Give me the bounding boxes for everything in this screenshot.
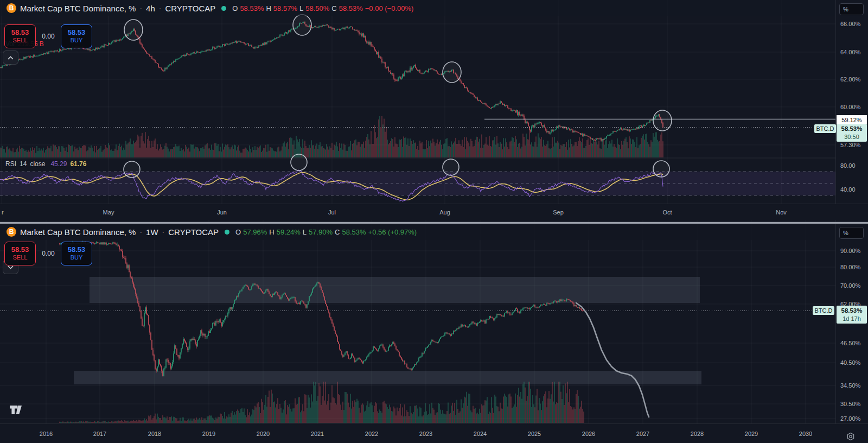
low-label: L	[303, 228, 307, 236]
buy-label: BUY	[71, 254, 83, 261]
last-price-value: 58.53%	[841, 306, 862, 315]
chart-section-4h: B Market Cap BTC Dominance, % · 4h · CRY…	[0, 0, 868, 220]
time-label: 2016	[40, 431, 53, 437]
buy-button[interactable]: 58.53 BUY	[61, 242, 92, 265]
price-tick: 70.00%	[840, 282, 860, 289]
rsi-source: close	[30, 160, 45, 168]
low-value: 57.90%	[309, 228, 333, 236]
time-axis-1w[interactable]: 2016201720182019202020212022202320242025…	[0, 423, 868, 443]
time-label: May	[103, 209, 114, 216]
bar-countdown: 30:50	[844, 133, 859, 141]
rsi-legend[interactable]: RSI 14 close 45.29 61.76	[5, 160, 86, 168]
market-status-icon[interactable]	[225, 230, 229, 235]
time-label: 2021	[311, 431, 324, 437]
price-tick: 64.00%	[840, 49, 860, 55]
rsi-value: 45.29	[50, 160, 67, 168]
price-tick: 90.00%	[840, 248, 860, 254]
price-chart-1w[interactable]	[0, 220, 835, 423]
tradingview-logo[interactable]	[9, 404, 23, 416]
price-tick: 30.50%	[840, 401, 860, 407]
change-value: +0.56 (+0.97%)	[368, 228, 417, 236]
high-label: H	[266, 4, 271, 12]
time-label: Jul	[328, 209, 336, 216]
exchange-label[interactable]: CRYPTOCAP	[168, 227, 219, 237]
open-value: 57.96%	[243, 228, 267, 236]
time-label: 2024	[474, 431, 487, 437]
close-value: 58.53%	[342, 228, 366, 236]
gear-icon	[846, 432, 855, 441]
separator-dot: ·	[139, 227, 142, 236]
last-price-badge: 58.53% 1d 17h	[837, 306, 867, 324]
trade-panel-4h: 58.53 SELL 0.00 58.53 BUY	[4, 24, 92, 48]
price-axis-4h[interactable]: 66.00%64.00%62.00%60.00%57.30%80.0040.00	[835, 0, 868, 204]
time-label: 2020	[257, 431, 270, 437]
ohlc-row: O58.53% H58.57% L58.50% C58.53% −0.00 (−…	[232, 4, 413, 12]
price-tick: 46.50%	[840, 340, 860, 346]
high-value: 58.57%	[273, 4, 297, 12]
buy-button[interactable]: 58.53 BUY	[61, 24, 92, 48]
collapse-pane-button[interactable]	[3, 50, 18, 65]
sell-button[interactable]: 58.53 SELL	[4, 24, 36, 48]
bitcoin-icon: B	[7, 227, 16, 237]
price-tick: 62.00%	[840, 76, 860, 83]
bar-countdown: 1d 17h	[843, 315, 861, 323]
open-label: O	[235, 228, 241, 236]
sell-price: 58.53	[11, 246, 29, 254]
timezone-settings-button[interactable]	[846, 432, 855, 441]
interval-label[interactable]: 4h	[146, 4, 155, 13]
time-label: 2026	[582, 431, 595, 437]
percent-scale-button[interactable]: %	[839, 227, 864, 239]
time-label: 2018	[148, 431, 161, 437]
time-label: 2019	[202, 431, 215, 437]
last-price-badge: 58.53% 30:50	[837, 124, 867, 142]
price-tick: 57.30%	[840, 142, 860, 148]
market-status-icon[interactable]	[221, 6, 226, 11]
price-tick: 34.50%	[840, 382, 860, 389]
open-value: 58.53%	[240, 4, 264, 12]
separator-dot: ·	[162, 227, 165, 236]
spread-value: 0.00	[40, 33, 56, 40]
sell-label: SELL	[13, 37, 28, 44]
time-label: 2029	[745, 431, 758, 437]
buy-price: 58.53	[68, 246, 86, 254]
time-label: Oct	[662, 209, 672, 216]
symbol-title[interactable]: Market Cap BTC Dominance, %	[20, 4, 136, 13]
price-tick: 40.00	[840, 186, 856, 193]
chart-section-1w: B Market Cap BTC Dominance, % · 1W · CRY…	[0, 220, 868, 443]
chevron-up-icon	[8, 56, 14, 60]
percent-scale-button[interactable]: %	[839, 3, 864, 15]
high-value: 59.24%	[277, 228, 301, 236]
separator-dot: ·	[159, 4, 162, 12]
price-tick: 27.00%	[840, 415, 860, 422]
rsi-name: RSI	[5, 160, 16, 168]
symbol-title[interactable]: Market Cap BTC Dominance, %	[20, 227, 136, 237]
time-label: 2025	[528, 431, 541, 437]
time-label: 2030	[799, 431, 812, 437]
time-axis-4h[interactable]: rMayJunJulAugSepOctNov	[0, 204, 868, 220]
buy-price: 58.53	[68, 29, 86, 37]
time-label: Nov	[776, 209, 787, 216]
symbol-axis-badge: BTC.D	[813, 306, 834, 315]
last-price-value: 58.53%	[841, 124, 862, 133]
time-label: Aug	[439, 209, 450, 216]
time-label: 2023	[419, 431, 432, 437]
section-resize-divider[interactable]	[0, 221, 868, 224]
high-label: H	[269, 228, 274, 236]
time-label: 2027	[636, 431, 649, 437]
low-label: L	[299, 4, 303, 12]
close-label: C	[335, 228, 340, 236]
sell-button[interactable]: 58.53 SELL	[4, 242, 36, 265]
exchange-label[interactable]: CRYPTOCAP	[165, 4, 215, 13]
drawing-price-label: 59.12%	[837, 115, 867, 124]
separator-dot: ·	[139, 4, 142, 12]
interval-label[interactable]: 1W	[146, 227, 158, 237]
time-label: 2022	[365, 431, 378, 437]
symbol-axis-badge: BTC.D	[814, 124, 836, 133]
buy-label: BUY	[71, 37, 83, 44]
rsi-ma-value: 61.76	[70, 160, 86, 168]
low-value: 58.50%	[305, 4, 329, 12]
time-label: Jun	[217, 209, 227, 216]
price-tick: 80.00	[840, 162, 856, 169]
open-label: O	[232, 4, 238, 12]
price-chart-4h[interactable]	[0, 0, 835, 204]
